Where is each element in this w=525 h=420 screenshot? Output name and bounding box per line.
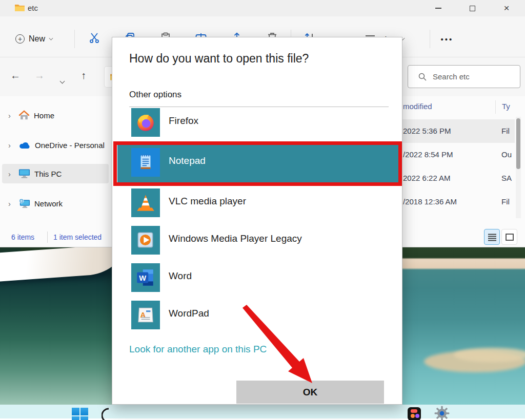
see-more-button[interactable]: ••• bbox=[436, 29, 458, 49]
app-option-wordpad[interactable]: A WordPad bbox=[112, 301, 403, 331]
settings-gear-icon[interactable] bbox=[433, 406, 451, 420]
window-title: etc bbox=[28, 4, 38, 12]
expand-chevron-icon[interactable]: › bbox=[8, 170, 14, 178]
file-row-type[interactable]: SA bbox=[501, 174, 512, 182]
chevron-down-icon bbox=[49, 36, 53, 40]
sidebar-item-this-pc[interactable]: › This PC bbox=[2, 164, 109, 183]
reeds bbox=[454, 348, 525, 362]
scrollbar-thumb[interactable] bbox=[516, 118, 520, 169]
maximize-button[interactable] bbox=[460, 0, 484, 16]
recent-locations-chevron[interactable] bbox=[54, 74, 70, 86]
windows-logo-pane bbox=[72, 416, 79, 420]
sidebar-item-network[interactable]: › Network bbox=[2, 194, 109, 213]
screen: etc × + New bbox=[0, 0, 525, 420]
file-row-type[interactable]: Fil bbox=[501, 197, 510, 206]
divider bbox=[129, 107, 389, 107]
search-input[interactable] bbox=[433, 72, 504, 81]
svg-text:A: A bbox=[140, 311, 146, 319]
desktop-wallpaper-left bbox=[0, 247, 112, 405]
sidebar-item-label: Network bbox=[34, 199, 63, 208]
figma-shape bbox=[411, 409, 417, 413]
items-count: 6 items bbox=[11, 233, 34, 241]
file-row-modified[interactable]: /2022 8:54 PM bbox=[403, 150, 453, 159]
sidebar-item-home[interactable]: › Home bbox=[2, 106, 109, 125]
word-icon: W bbox=[131, 263, 160, 292]
dialog-title: How do you want to open this file? bbox=[129, 52, 309, 66]
minimize-button[interactable] bbox=[427, 0, 450, 16]
ok-button[interactable]: OK bbox=[236, 381, 384, 404]
sidebar-item-onedrive[interactable]: › OneDrive - Personal bbox=[2, 135, 109, 155]
windows-media-player-icon bbox=[131, 226, 160, 255]
details-view-icon bbox=[506, 234, 514, 241]
taskbar-app-icon[interactable] bbox=[102, 407, 117, 420]
minimize-glyph bbox=[435, 8, 441, 9]
app-option-label: VLC media player bbox=[169, 196, 246, 207]
svg-text:W: W bbox=[139, 274, 146, 282]
vlc-icon bbox=[131, 188, 160, 217]
app-option-firefox[interactable]: Firefox bbox=[112, 108, 403, 139]
sidebar-item-label: OneDrive - Personal bbox=[35, 141, 105, 150]
other-options-label: Other options bbox=[129, 90, 181, 100]
details-view-toggle[interactable] bbox=[501, 229, 517, 245]
start-button[interactable] bbox=[72, 408, 89, 420]
toolbar-divider bbox=[430, 30, 430, 48]
forward-button[interactable]: → bbox=[32, 70, 47, 81]
file-row-modified[interactable]: 2022 5:36 PM bbox=[403, 127, 451, 135]
new-button[interactable]: + New bbox=[9, 29, 64, 49]
close-button[interactable]: × bbox=[495, 0, 518, 16]
figma-shape bbox=[411, 414, 415, 418]
notepad-icon bbox=[131, 148, 160, 177]
sidebar-item-label: Home bbox=[34, 111, 54, 120]
column-header-type[interactable]: Ty bbox=[502, 102, 510, 111]
list-view-icon bbox=[488, 233, 497, 241]
selected-count: 1 item selected bbox=[53, 233, 102, 241]
toolbar-divider bbox=[74, 30, 75, 48]
wordpad-icon: A bbox=[131, 301, 160, 329]
file-row-type[interactable]: Ou bbox=[501, 150, 512, 159]
app-option-label: WordPad bbox=[169, 308, 209, 319]
taskbar bbox=[0, 405, 525, 418]
snow-bank bbox=[0, 247, 112, 282]
expand-chevron-icon[interactable]: › bbox=[8, 199, 14, 208]
titlebar: etc × bbox=[0, 0, 525, 16]
maximize-glyph bbox=[470, 6, 475, 11]
new-button-label: New bbox=[29, 34, 45, 44]
file-row-type[interactable]: Fil bbox=[501, 127, 510, 135]
figma-shape bbox=[415, 414, 419, 418]
app-option-label: Firefox bbox=[169, 115, 198, 127]
file-row-modified[interactable]: 2022 6:22 AM bbox=[403, 174, 451, 182]
file-row-modified[interactable]: /2018 12:36 AM bbox=[403, 197, 457, 206]
expand-chevron-icon[interactable]: › bbox=[8, 111, 14, 120]
windows-logo-pane bbox=[72, 408, 79, 415]
app-option-notepad[interactable]: Notepad bbox=[112, 148, 403, 179]
home-icon bbox=[18, 110, 30, 120]
up-button[interactable]: ↑ bbox=[76, 70, 91, 81]
list-view-toggle[interactable] bbox=[484, 229, 500, 245]
scrollbar[interactable] bbox=[516, 117, 521, 218]
column-header-date-modified[interactable]: modified bbox=[403, 102, 432, 111]
chevron-down-icon bbox=[59, 79, 65, 84]
look-for-another-app-link[interactable]: Look for another app on this PC bbox=[129, 344, 267, 355]
firefox-icon bbox=[131, 108, 160, 137]
back-button[interactable]: ← bbox=[8, 70, 23, 81]
app-option-vlc[interactable]: VLC media player bbox=[112, 188, 403, 219]
folder-icon bbox=[14, 4, 25, 12]
app-option-wmp-legacy[interactable]: Windows Media Player Legacy bbox=[112, 226, 403, 257]
app-option-label: Windows Media Player Legacy bbox=[169, 233, 302, 244]
onedrive-cloud-icon bbox=[18, 141, 31, 149]
column-divider[interactable] bbox=[495, 100, 496, 114]
app-option-word[interactable]: W Word bbox=[112, 263, 403, 294]
this-pc-icon bbox=[18, 169, 30, 179]
windows-logo-pane bbox=[80, 408, 88, 415]
status-divider bbox=[47, 232, 48, 243]
windows-logo-pane bbox=[80, 416, 88, 420]
sidebar-item-label: This PC bbox=[34, 170, 62, 178]
cut-button[interactable] bbox=[87, 32, 102, 46]
network-icon bbox=[18, 198, 30, 208]
expand-chevron-icon[interactable]: › bbox=[8, 141, 14, 150]
open-with-dialog: How do you want to open this file? Other… bbox=[112, 37, 402, 405]
figma-icon[interactable] bbox=[408, 407, 421, 420]
app-option-label: Word bbox=[169, 270, 192, 282]
search-box[interactable] bbox=[408, 65, 520, 88]
desktop-wallpaper-right bbox=[402, 247, 525, 405]
